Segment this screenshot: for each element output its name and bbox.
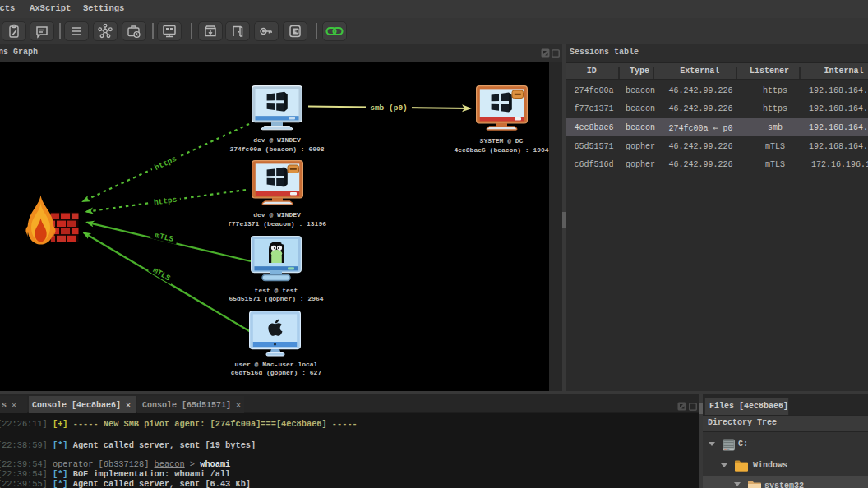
- svg-text:c6df516d (gopher) : 627: c6df516d (gopher) : 627: [231, 369, 322, 376]
- svg-text:mTLS: mTLS: [154, 231, 174, 244]
- svg-text:https: https: [153, 154, 178, 173]
- svg-text:f77e1371 (beacon) : 13196: f77e1371 (beacon) : 13196: [228, 220, 326, 228]
- svg-text:4ec8bae6 (beacon) : 1904: 4ec8bae6 (beacon) : 1904: [454, 146, 548, 154]
- svg-text:274fc00a (beacon) : 6008: 274fc00a (beacon) : 6008: [229, 145, 324, 153]
- svg-text:65d51571 (gopher) : 2964: 65d51571 (gopher) : 2964: [229, 295, 323, 302]
- svg-text:dev @ WINDEV: dev @ WINDEV: [253, 136, 301, 144]
- svg-text:dev @ WINDEV: dev @ WINDEV: [253, 211, 301, 219]
- svg-text:user @ Mac-user.local: user @ Mac-user.local: [235, 361, 318, 368]
- svg-text:test @ test: test @ test: [255, 287, 298, 294]
- svg-text:smb (p0): smb (p0): [370, 104, 408, 113]
- svg-text:SYSTEM @ DC: SYSTEM @ DC: [480, 137, 524, 145]
